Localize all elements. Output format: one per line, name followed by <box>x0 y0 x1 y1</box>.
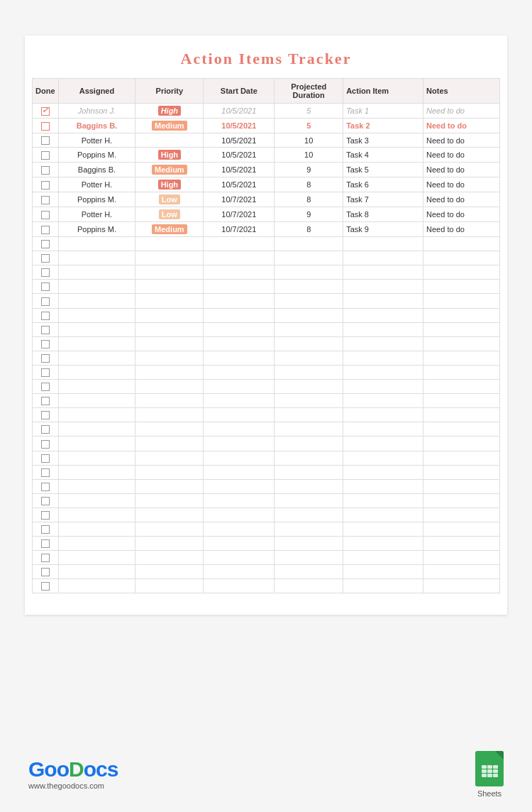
done-cell[interactable] <box>33 163 59 177</box>
duration-cell <box>275 322 343 336</box>
notes-cell <box>423 479 500 493</box>
grid-cell <box>493 774 498 777</box>
action-item-cell <box>343 294 423 308</box>
start-date-cell <box>204 265 275 280</box>
done-cell[interactable] <box>33 177 59 192</box>
done-cell[interactable] <box>33 579 59 593</box>
start-date-cell <box>204 551 275 565</box>
done-cell[interactable] <box>33 336 59 351</box>
done-cell[interactable] <box>33 394 59 408</box>
done-cell[interactable] <box>33 451 59 465</box>
assigned-cell: Johnson J. <box>58 104 135 119</box>
priority-badge: Medium <box>152 165 187 175</box>
done-cell[interactable] <box>33 265 59 280</box>
col-header-done: Done <box>33 79 59 104</box>
action-item-cell: Task 1 <box>343 104 423 119</box>
done-cell[interactable] <box>33 294 59 308</box>
done-cell[interactable] <box>33 280 59 294</box>
assigned-cell <box>58 280 135 294</box>
priority-cell <box>135 365 204 379</box>
priority-cell <box>135 493 204 508</box>
duration-cell: 5 <box>275 119 343 133</box>
done-cell[interactable] <box>33 479 59 493</box>
assigned-cell: Baggins B. <box>58 119 135 133</box>
start-date-cell: 10/5/2021 <box>204 163 275 177</box>
notes-cell <box>423 537 500 551</box>
done-cell[interactable] <box>33 565 59 579</box>
duration-cell <box>275 308 343 322</box>
start-date-cell <box>204 251 275 265</box>
assigned-cell <box>58 479 135 493</box>
done-cell[interactable] <box>33 508 59 522</box>
done-cell[interactable] <box>33 207 59 222</box>
checkbox-unchecked <box>41 166 50 175</box>
checkbox-unchecked <box>41 539 50 548</box>
table-row <box>33 493 500 508</box>
notes-cell <box>423 294 500 308</box>
done-cell[interactable] <box>33 308 59 322</box>
notes-text: Need to do <box>426 150 465 159</box>
col-header-priority: Priority <box>135 79 204 104</box>
duration-cell: 10 <box>275 133 343 148</box>
duration-cell <box>275 437 343 451</box>
sheets-icon-container: Sheets <box>475 751 504 798</box>
checkbox-unchecked <box>41 368 50 377</box>
done-cell[interactable] <box>33 148 59 163</box>
done-cell[interactable] <box>33 493 59 508</box>
action-item-cell: Task 8 <box>343 207 423 222</box>
table-row <box>33 408 500 422</box>
priority-cell <box>135 579 204 593</box>
table-row <box>33 565 500 579</box>
action-item-cell <box>343 322 423 336</box>
done-cell[interactable] <box>33 437 59 451</box>
done-cell[interactable] <box>33 380 59 394</box>
action-item-cell: Task 2 <box>343 119 423 133</box>
table-row <box>33 537 500 551</box>
done-cell[interactable] <box>33 192 59 207</box>
done-cell[interactable] <box>33 537 59 551</box>
start-date-cell <box>204 294 275 308</box>
notes-cell <box>423 565 500 579</box>
action-item-cell <box>343 522 423 536</box>
duration-cell <box>275 537 343 551</box>
notes-text: Need to do <box>426 180 465 189</box>
duration-cell <box>275 351 343 365</box>
assigned-cell <box>58 237 135 251</box>
assigned-cell <box>58 365 135 379</box>
start-date-cell: 10/7/2021 <box>204 207 275 222</box>
checkbox-unchecked <box>41 483 50 491</box>
priority-cell: Low <box>135 207 204 222</box>
checkbox-unchecked <box>41 136 50 145</box>
checkbox-unchecked <box>41 297 50 306</box>
assigned-cell <box>58 308 135 322</box>
grid-cell <box>487 765 492 769</box>
done-cell[interactable] <box>33 551 59 565</box>
done-cell[interactable] <box>33 222 59 237</box>
done-cell[interactable] <box>33 465 59 479</box>
table-row <box>33 322 500 336</box>
assigned-cell <box>58 565 135 579</box>
table-row: Baggins B.Medium10/5/20219Task 5Need to … <box>33 163 500 177</box>
checkbox-unchecked <box>41 383 50 391</box>
start-date-cell <box>204 394 275 408</box>
start-date-cell <box>204 322 275 336</box>
done-cell[interactable] <box>33 422 59 437</box>
table-row: Poppins M.Low10/7/20218Task 7Need to do <box>33 192 500 207</box>
done-cell[interactable] <box>33 237 59 251</box>
assigned-cell <box>58 579 135 593</box>
done-cell[interactable] <box>33 251 59 265</box>
done-cell[interactable] <box>33 365 59 379</box>
table-row <box>33 365 500 379</box>
done-cell[interactable] <box>33 104 59 119</box>
table-row <box>33 551 500 565</box>
sheets-icon-img <box>475 751 504 786</box>
table-row <box>33 308 500 322</box>
done-cell[interactable] <box>33 119 59 133</box>
done-cell[interactable] <box>33 133 59 148</box>
done-cell[interactable] <box>33 322 59 336</box>
done-cell[interactable] <box>33 522 59 536</box>
done-cell[interactable] <box>33 408 59 422</box>
notes-cell <box>423 508 500 522</box>
done-cell[interactable] <box>33 351 59 365</box>
checkbox-unchecked <box>41 582 50 591</box>
